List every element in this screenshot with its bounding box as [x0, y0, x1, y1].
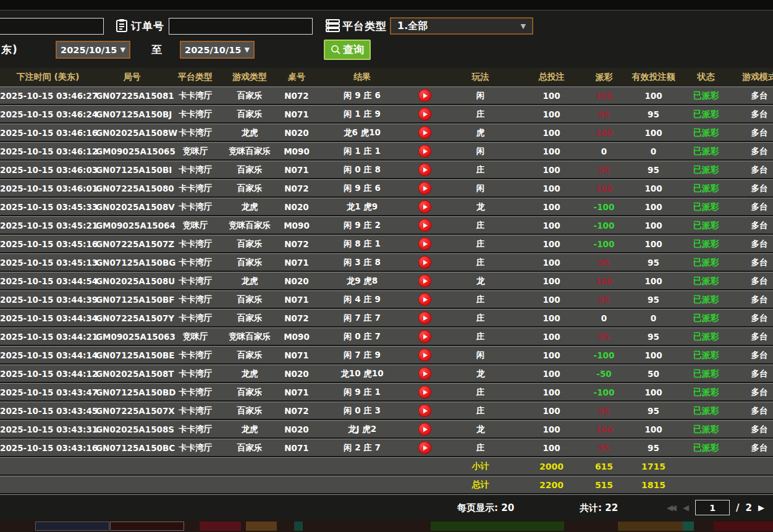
- cell-round-no: GN07125A150BC: [96, 443, 168, 453]
- first-page-icon[interactable]: ◀◀: [667, 503, 677, 512]
- cell-status: 已派彩: [683, 276, 729, 287]
- cell-game-mode: 多台: [729, 424, 773, 435]
- cell-valid-bet: 100: [624, 424, 683, 434]
- order-no-label: 订单号: [131, 19, 164, 33]
- cell-table-no: N072: [277, 406, 316, 416]
- query-button[interactable]: 查询: [324, 40, 371, 60]
- cell-video: [408, 182, 442, 195]
- cell-video: [408, 256, 442, 269]
- cell-game-type: 百家乐: [222, 90, 277, 101]
- play-video-icon[interactable]: [418, 423, 431, 436]
- cell-video: [408, 423, 442, 436]
- cell-game-mode: 多台: [729, 201, 773, 213]
- cell-bet-time: 2025-10-15 03:44:14: [0, 350, 96, 360]
- cell-total-bet: 100: [519, 350, 584, 360]
- background-app-fragment: [618, 521, 683, 531]
- play-video-icon[interactable]: [418, 237, 431, 250]
- cell-round-no: GN07225A1507Z: [96, 239, 168, 249]
- next-page-icon[interactable]: ▶: [758, 503, 764, 512]
- date-to-select[interactable]: 2025/10/15 ▼: [180, 41, 255, 59]
- chevron-down-icon: ▼: [244, 46, 249, 54]
- chevron-down-icon: ▼: [521, 22, 526, 30]
- cell-status: 已派彩: [683, 220, 729, 231]
- play-video-icon[interactable]: [418, 200, 431, 213]
- cell-bet-option: 龙: [442, 368, 519, 379]
- cell-game-type: 百家乐: [222, 257, 277, 268]
- cell-payout: 95: [584, 109, 624, 119]
- subtotal-label: 小计: [442, 461, 519, 472]
- cell-game-type: 百家乐: [222, 109, 277, 120]
- cell-table-no: N071: [277, 350, 316, 360]
- cell-total-bet: 100: [519, 276, 584, 286]
- cell-valid-bet: 0: [624, 313, 683, 323]
- play-video-icon[interactable]: [418, 293, 431, 306]
- cell-round-no: GN07225A1507X: [96, 406, 168, 416]
- play-video-icon[interactable]: [418, 348, 431, 361]
- cell-bet-time: 2025-10-15 03:44:39: [0, 295, 96, 305]
- cell-bet-time: 2025-10-15 03:45:16: [0, 239, 96, 249]
- cell-round-no: GN07125A150BI: [96, 165, 168, 175]
- cell-payout: 95: [584, 332, 624, 342]
- play-video-icon[interactable]: [418, 441, 431, 454]
- play-video-icon[interactable]: [418, 108, 431, 120]
- play-video-icon[interactable]: [418, 367, 431, 380]
- play-video-icon[interactable]: [418, 163, 431, 176]
- order-no-input[interactable]: [169, 18, 313, 35]
- play-video-icon[interactable]: [418, 274, 431, 287]
- cell-valid-bet: 100: [624, 91, 683, 101]
- keyword-input[interactable]: [0, 18, 104, 35]
- bet-records-table: 下注时间 (美东)局号平台类型游戏类型桌号结果玩法总投注派彩有效投注额状态游戏模…: [0, 68, 773, 494]
- cell-round-no: GN02025A1508S: [96, 424, 168, 434]
- cell-table-no: N020: [277, 128, 316, 138]
- cell-status: 已派彩: [683, 164, 729, 175]
- cell-total-bet: 100: [519, 128, 584, 138]
- cell-bet-option: 闲: [442, 146, 519, 157]
- cell-result: 闲 4 庄 9: [316, 294, 408, 305]
- platform-type-select[interactable]: 1.全部 ▼: [390, 17, 533, 35]
- table-header-row: 下注时间 (美东)局号平台类型游戏类型桌号结果玩法总投注派彩有效投注额状态游戏模…: [0, 68, 773, 87]
- play-video-icon[interactable]: [418, 256, 431, 269]
- cell-bet-option: 龙: [442, 424, 519, 435]
- cell-platform: 卡卡湾厅: [168, 183, 222, 194]
- page-separator: /: [736, 502, 739, 513]
- cell-round-no: GN07125A150BE: [96, 350, 168, 360]
- background-app-fragment: [683, 521, 694, 531]
- play-video-icon[interactable]: [418, 126, 431, 139]
- background-app-fragment: [431, 521, 564, 531]
- cell-game-mode: 多台: [729, 313, 773, 324]
- cell-platform: 卡卡湾厅: [168, 109, 222, 120]
- play-video-icon[interactable]: [418, 404, 431, 417]
- cell-platform: 卡卡湾厅: [168, 164, 222, 175]
- cell-payout: 100: [584, 91, 624, 101]
- cell-round-no: GN02025A1508V: [96, 202, 168, 212]
- page-number-input[interactable]: [695, 500, 730, 515]
- table-footer: 每页显示: 20 共计: 22 ◀◀ ◀ / 2 ▶: [0, 494, 773, 520]
- cell-platform: 竞咪厅: [168, 220, 222, 231]
- cell-total-bet: 100: [519, 184, 584, 193]
- cell-bet-time: 2025-10-15 03:46:24: [0, 109, 96, 119]
- play-video-icon[interactable]: [418, 145, 431, 158]
- cell-status: 已派彩: [683, 294, 729, 305]
- cell-bet-option: 龙: [442, 276, 519, 287]
- cell-game-mode: 多台: [729, 239, 773, 250]
- column-header: 总投注: [519, 72, 584, 83]
- play-video-icon[interactable]: [418, 330, 431, 343]
- cell-bet-time: 2025-10-15 03:46:03: [0, 165, 96, 175]
- date-from-select[interactable]: 2025/10/15 ▼: [56, 41, 130, 59]
- play-video-icon[interactable]: [418, 311, 431, 324]
- cell-status: 已派彩: [683, 257, 729, 268]
- table-row: 2025-10-15 03:45:16GN07225A1507Z卡卡湾厅百家乐N…: [0, 235, 773, 252]
- prev-page-icon[interactable]: ◀: [683, 503, 689, 512]
- cell-result: 闲 9 庄 6: [316, 90, 408, 101]
- background-app-fragment: [110, 521, 184, 531]
- total-label: 总计: [442, 479, 519, 491]
- total-valid-bet: 1815: [624, 480, 683, 490]
- cell-result: 闲 0 庄 8: [316, 164, 408, 175]
- cell-valid-bet: 100: [624, 350, 683, 360]
- play-video-icon[interactable]: [418, 182, 431, 195]
- cell-status: 已派彩: [683, 146, 729, 157]
- play-video-icon[interactable]: [418, 89, 431, 102]
- play-video-icon[interactable]: [418, 386, 431, 399]
- total-payout: 515: [584, 480, 624, 490]
- play-video-icon[interactable]: [418, 219, 431, 232]
